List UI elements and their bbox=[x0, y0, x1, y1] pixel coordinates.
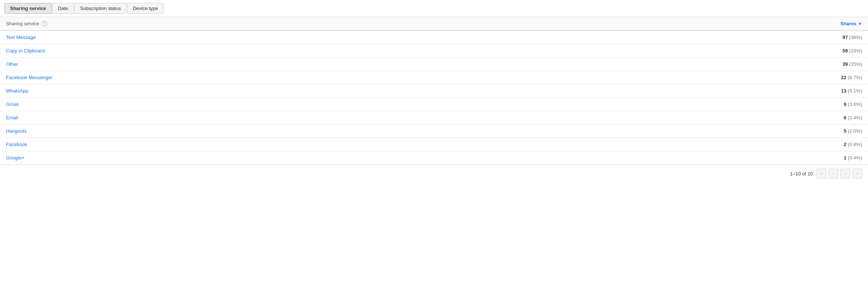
row-count-3: 22 bbox=[841, 75, 846, 80]
row-pct-8: (0.8%) bbox=[848, 142, 862, 147]
row-label-6[interactable]: Email bbox=[6, 115, 18, 120]
row-count-2: 39 bbox=[842, 61, 848, 67]
row-pct-9: (0.4%) bbox=[848, 155, 862, 161]
tab-sharing-service[interactable]: Sharing service bbox=[4, 3, 52, 14]
row-value-7: 5 (2.0%) bbox=[844, 128, 862, 134]
row-pct-0: (38%) bbox=[849, 35, 862, 40]
row-count-7: 5 bbox=[844, 128, 846, 134]
row-value-4: 13 (5.1%) bbox=[841, 88, 862, 94]
table-row: Email6 (2.4%) bbox=[0, 111, 868, 124]
table-row: Facebook Messenger22 (8.7%) bbox=[0, 71, 868, 84]
table-rows: Text Message97 (38%)Copy to Clipboard59 … bbox=[0, 31, 868, 165]
table-header: Sharing service ? Shares ▼ bbox=[0, 17, 868, 31]
row-value-1: 59 (23%) bbox=[842, 48, 862, 54]
pagination-info: 1–10 of 10 bbox=[790, 171, 813, 177]
row-count-5: 9 bbox=[844, 101, 846, 107]
row-value-6: 6 (2.4%) bbox=[844, 115, 862, 120]
row-value-5: 9 (3.6%) bbox=[844, 101, 862, 107]
row-pct-6: (2.4%) bbox=[848, 115, 862, 120]
row-label-8[interactable]: Facebook bbox=[6, 142, 27, 147]
row-count-0: 97 bbox=[842, 35, 848, 40]
table-row: Google+1 (0.4%) bbox=[0, 151, 868, 165]
row-label-7[interactable]: Hangouts bbox=[6, 128, 27, 134]
tab-device-type[interactable]: Device type bbox=[127, 3, 164, 14]
row-pct-1: (23%) bbox=[849, 48, 862, 54]
row-pct-2: (15%) bbox=[849, 61, 862, 67]
tab-date[interactable]: Date bbox=[52, 3, 74, 14]
pagination: 1–10 of 10 « ‹ › » bbox=[0, 165, 868, 182]
tab-bar: Sharing serviceDateSubscription statusDe… bbox=[0, 0, 868, 17]
next-page-button[interactable]: › bbox=[840, 169, 850, 178]
prev-page-button[interactable]: ‹ bbox=[829, 169, 838, 178]
row-count-1: 59 bbox=[842, 48, 848, 54]
shares-label: Shares bbox=[840, 21, 856, 26]
column-header-shares[interactable]: Shares ▼ bbox=[840, 21, 862, 26]
row-label-1[interactable]: Copy to Clipboard bbox=[6, 48, 45, 54]
column-label-sharing-service: Sharing service bbox=[6, 21, 39, 26]
row-count-4: 13 bbox=[841, 88, 846, 94]
table-row: Text Message97 (38%) bbox=[0, 31, 868, 44]
first-page-button[interactable]: « bbox=[817, 169, 826, 178]
row-count-9: 1 bbox=[844, 155, 846, 161]
row-value-8: 2 (0.8%) bbox=[844, 142, 862, 147]
row-label-0[interactable]: Text Message bbox=[6, 35, 36, 40]
table-row: Facebook2 (0.8%) bbox=[0, 138, 868, 151]
row-value-9: 1 (0.4%) bbox=[844, 155, 862, 161]
row-pct-7: (2.0%) bbox=[848, 128, 862, 134]
tab-subscription-status[interactable]: Subscription status bbox=[74, 3, 126, 14]
row-label-4[interactable]: WhatsApp bbox=[6, 88, 28, 94]
row-label-9[interactable]: Google+ bbox=[6, 155, 25, 161]
table-row: Copy to Clipboard59 (23%) bbox=[0, 44, 868, 58]
row-label-3[interactable]: Facebook Messenger bbox=[6, 75, 52, 80]
row-value-2: 39 (15%) bbox=[842, 61, 862, 67]
table-row: Hangouts5 (2.0%) bbox=[0, 124, 868, 138]
sort-desc-icon: ▼ bbox=[858, 22, 862, 26]
row-pct-5: (3.6%) bbox=[848, 101, 862, 107]
last-page-button[interactable]: » bbox=[852, 169, 862, 178]
row-label-2[interactable]: Other bbox=[6, 61, 18, 67]
row-count-6: 6 bbox=[844, 115, 846, 120]
row-label-5[interactable]: Gmail bbox=[6, 101, 19, 107]
table-row: Gmail9 (3.6%) bbox=[0, 98, 868, 111]
row-value-0: 97 (38%) bbox=[842, 35, 862, 40]
table-container: Sharing service ? Shares ▼ Text Message9… bbox=[0, 17, 868, 182]
table-row: WhatsApp13 (5.1%) bbox=[0, 84, 868, 98]
row-value-3: 22 (8.7%) bbox=[841, 75, 862, 80]
row-pct-4: (5.1%) bbox=[848, 88, 862, 94]
row-pct-3: (8.7%) bbox=[848, 75, 862, 80]
column-header-left: Sharing service ? bbox=[6, 21, 47, 26]
help-icon[interactable]: ? bbox=[42, 21, 47, 26]
row-count-8: 2 bbox=[844, 142, 846, 147]
table-row: Other39 (15%) bbox=[0, 58, 868, 71]
